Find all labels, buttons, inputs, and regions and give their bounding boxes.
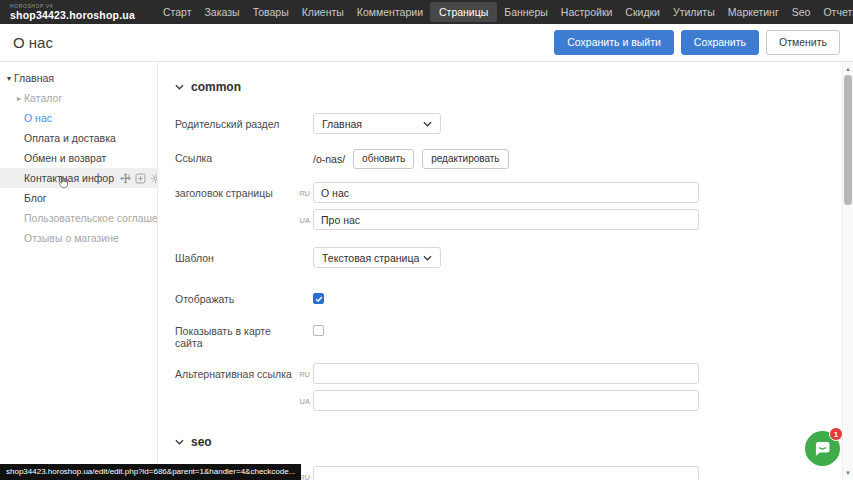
alt-link-ru-input[interactable] bbox=[313, 363, 699, 384]
sidebar-item-glavnaya[interactable]: ▾ Главная bbox=[0, 68, 157, 88]
nav-item-pages[interactable]: Страницы bbox=[430, 2, 497, 22]
page-edit-form: common Родительский раздел Главная Ссылк… bbox=[157, 62, 842, 480]
nav-item-utilities[interactable]: Утилиты bbox=[667, 2, 721, 22]
page-title-ru-input[interactable] bbox=[313, 182, 699, 203]
lang-badge-ua: UA bbox=[295, 209, 310, 230]
pages-tree: ▾ Главная ▸ Каталог О нас Оплата и доста… bbox=[0, 62, 157, 480]
move-icon[interactable] bbox=[120, 173, 131, 184]
status-url-tooltip: shop34423.horoshop.ua/edit/edit.php?id=6… bbox=[0, 464, 301, 480]
page-header: О нас Сохранить и выйти Сохранить Отмени… bbox=[0, 24, 853, 62]
sidebar-item-label: Главная bbox=[14, 72, 54, 84]
sidebar-item-label: Каталог bbox=[24, 92, 62, 104]
page-title-ua-input[interactable] bbox=[313, 209, 699, 230]
parent-section-select[interactable]: Главная bbox=[313, 113, 441, 134]
sidebar-item-label: Контактная инфор bbox=[24, 172, 114, 184]
collapse-chevron-icon bbox=[175, 439, 184, 445]
admin-screen: HOROSHOP V4 shop34423.horoshop.ua Старт … bbox=[0, 0, 853, 480]
field-parent-section: Родительский раздел Главная bbox=[175, 113, 842, 134]
section-common-header[interactable]: common bbox=[175, 80, 842, 94]
sidebar-item-label: Пользовательское соглашение bbox=[24, 212, 175, 224]
sidebar-item-label: О нас bbox=[24, 112, 52, 124]
template-label: Шаблон bbox=[175, 247, 295, 264]
cancel-button[interactable]: Отменить bbox=[766, 30, 840, 55]
nav-item-discounts[interactable]: Скидки bbox=[619, 2, 666, 22]
nav-item-orders[interactable]: Заказы bbox=[199, 2, 246, 22]
sidebar-item-katalog[interactable]: ▸ Каталог bbox=[0, 88, 157, 108]
lang-badge-ua: UA bbox=[295, 390, 310, 411]
sidebar-item-label: Отзывы о магазине bbox=[24, 232, 119, 244]
section-common-title: common bbox=[191, 80, 241, 94]
nav-item-start[interactable]: Старт bbox=[157, 2, 198, 22]
html-title-ru-input[interactable] bbox=[313, 466, 699, 480]
sidebar-item-label: Оплата и доставка bbox=[24, 132, 116, 144]
logo[interactable]: HOROSHOP V4 shop34423.horoshop.ua bbox=[10, 4, 135, 21]
scroll-down-icon[interactable]: ▼ bbox=[843, 468, 853, 478]
link-update-button[interactable]: обновить bbox=[353, 149, 414, 169]
template-select[interactable]: Текстовая страница bbox=[313, 247, 441, 268]
field-alt-link: Альтернативная ссылка RU UA bbox=[175, 363, 842, 411]
page-title-label: заголовок страницы bbox=[175, 182, 295, 199]
alt-link-label: Альтернативная ссылка bbox=[175, 363, 295, 380]
link-value: /o-nas/ bbox=[313, 153, 345, 165]
vertical-scrollbar[interactable]: ▲ ▼ bbox=[842, 62, 853, 480]
save-and-exit-button[interactable]: Сохранить и выйти bbox=[554, 30, 674, 55]
display-checkbox[interactable] bbox=[313, 293, 324, 304]
nav-item-comments[interactable]: Комментарии bbox=[351, 2, 429, 22]
header-buttons: Сохранить и выйти Сохранить Отменить bbox=[554, 30, 840, 55]
sitemap-checkbox[interactable] bbox=[313, 325, 324, 336]
sidebar-item-otzyvy[interactable]: Отзывы о магазине bbox=[0, 228, 157, 248]
nav-item-reports[interactable]: Отчеты bbox=[817, 2, 853, 22]
parent-section-value: Главная bbox=[322, 118, 423, 130]
nav-item-products[interactable]: Товары bbox=[247, 2, 295, 22]
chat-widget-button[interactable]: 1 bbox=[805, 431, 840, 466]
chevron-down-icon bbox=[423, 121, 432, 127]
scrollbar-thumb[interactable] bbox=[844, 75, 852, 205]
nav-item-clients[interactable]: Клиенты bbox=[296, 2, 350, 22]
field-page-title: заголовок страницы RU UA bbox=[175, 182, 842, 230]
chevron-down-icon[interactable]: ▾ bbox=[4, 74, 14, 83]
alt-link-ua-input[interactable] bbox=[313, 390, 699, 411]
sitemap-label: Показывать в карте сайта bbox=[175, 320, 295, 349]
chat-bubble-icon bbox=[812, 438, 833, 459]
lang-badge-ru: RU bbox=[295, 182, 310, 203]
scroll-up-icon[interactable]: ▲ bbox=[843, 64, 853, 74]
lang-badge-ru: RU bbox=[295, 363, 310, 384]
nav-item-banners[interactable]: Баннеры bbox=[498, 2, 554, 22]
check-icon bbox=[315, 295, 323, 303]
chevron-down-icon bbox=[423, 255, 432, 261]
parent-section-label: Родительский раздел bbox=[175, 113, 295, 130]
link-label: Ссылка bbox=[175, 147, 295, 164]
sidebar-item-kontaktnaya[interactable]: Контактная инфор bbox=[0, 168, 157, 188]
sidebar-item-oplata[interactable]: Оплата и доставка bbox=[0, 128, 157, 148]
collapse-chevron-icon bbox=[175, 84, 184, 90]
field-template: Шаблон Текстовая страница bbox=[175, 247, 842, 268]
nav-item-marketing[interactable]: Маркетинг bbox=[722, 2, 785, 22]
link-edit-button[interactable]: редактировать bbox=[422, 149, 508, 169]
section-seo-header[interactable]: seo bbox=[175, 435, 842, 449]
sidebar-item-obmen[interactable]: Обмен и возврат bbox=[0, 148, 157, 168]
display-label: Отображать bbox=[175, 288, 295, 305]
field-link: Ссылка /o-nas/ обновить редактировать bbox=[175, 147, 842, 169]
save-button[interactable]: Сохранить bbox=[681, 30, 759, 55]
section-seo-title: seo bbox=[191, 435, 212, 449]
sidebar-item-label: Блог bbox=[24, 192, 47, 204]
add-page-icon[interactable] bbox=[135, 173, 146, 184]
sidebar-item-polzovatelskoe[interactable]: Пользовательское соглашение bbox=[0, 208, 157, 228]
field-display: Отображать bbox=[175, 288, 842, 305]
logo-domain: shop34423.horoshop.ua bbox=[10, 10, 135, 21]
template-value: Текстовая страница bbox=[322, 252, 423, 264]
nav-item-seo[interactable]: Seo bbox=[786, 2, 817, 22]
main-nav: Старт Заказы Товары Клиенты Комментарии … bbox=[157, 2, 853, 22]
sidebar-item-label: Обмен и возврат bbox=[24, 152, 106, 164]
logo-version: HOROSHOP V4 bbox=[10, 4, 135, 9]
field-sitemap: Показывать в карте сайта bbox=[175, 320, 842, 349]
sidebar-item-o-nas[interactable]: О нас bbox=[0, 108, 157, 128]
nav-item-settings[interactable]: Настройки bbox=[555, 2, 619, 22]
chevron-right-icon[interactable]: ▸ bbox=[14, 94, 24, 103]
chat-unread-badge: 1 bbox=[829, 427, 843, 441]
topbar: HOROSHOP V4 shop34423.horoshop.ua Старт … bbox=[0, 0, 853, 24]
page-title: О нас bbox=[13, 34, 53, 51]
sidebar-item-blog[interactable]: Блог bbox=[0, 188, 157, 208]
